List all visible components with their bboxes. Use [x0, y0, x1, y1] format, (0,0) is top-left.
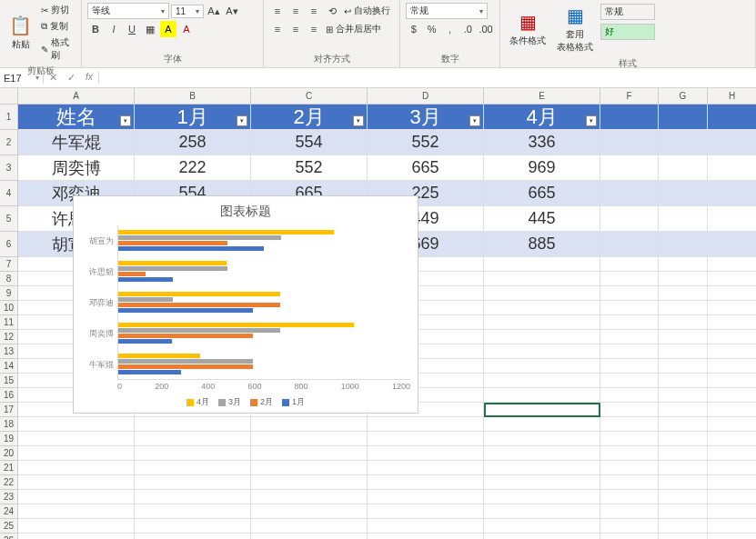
row-header[interactable]: 3: [0, 155, 18, 181]
cell[interactable]: [708, 155, 756, 181]
cell[interactable]: 554: [251, 130, 368, 155]
cell[interactable]: [600, 417, 659, 432]
cell[interactable]: 445: [484, 206, 600, 232]
currency-button[interactable]: $: [406, 21, 422, 37]
cell[interactable]: [484, 461, 600, 475]
cell[interactable]: [484, 504, 600, 519]
accept-formula-button[interactable]: ✓: [62, 72, 80, 84]
table-format-button[interactable]: ▦套用 表格格式: [553, 3, 597, 55]
cell[interactable]: [135, 490, 251, 504]
bar[interactable]: [118, 328, 280, 333]
row-header[interactable]: 2: [0, 130, 18, 155]
cell[interactable]: [251, 475, 368, 490]
legend-item[interactable]: 1月: [282, 396, 305, 408]
cell[interactable]: [708, 490, 756, 504]
cell[interactable]: [659, 272, 708, 286]
cell[interactable]: 665: [368, 155, 484, 181]
bar[interactable]: [118, 277, 173, 282]
cell[interactable]: [708, 301, 756, 315]
decrease-font-button[interactable]: A▾: [224, 3, 240, 19]
cell[interactable]: [659, 446, 708, 461]
row-header[interactable]: 20: [0, 446, 18, 461]
cell[interactable]: [368, 475, 484, 490]
cell[interactable]: [659, 257, 708, 272]
cell[interactable]: [600, 359, 659, 374]
row-header[interactable]: 9: [0, 286, 18, 301]
cell[interactable]: [708, 232, 756, 257]
cell[interactable]: [708, 257, 756, 272]
cell[interactable]: [18, 461, 135, 475]
cell[interactable]: [484, 315, 600, 330]
legend-item[interactable]: 4月: [186, 396, 209, 408]
cell[interactable]: [708, 272, 756, 286]
style-good[interactable]: 好: [600, 24, 655, 40]
cell[interactable]: [708, 534, 756, 539]
column-header[interactable]: G: [659, 88, 708, 105]
align-middle-button[interactable]: ≡: [287, 3, 304, 19]
bar[interactable]: [118, 359, 253, 364]
cell[interactable]: [484, 257, 600, 272]
row-header[interactable]: 6: [0, 232, 18, 257]
cell[interactable]: [484, 359, 600, 374]
cell[interactable]: [659, 232, 708, 257]
font-color-button[interactable]: A: [178, 21, 195, 37]
cell[interactable]: [708, 403, 756, 417]
cell[interactable]: [708, 130, 756, 155]
cell[interactable]: [368, 490, 484, 504]
bar[interactable]: [118, 230, 334, 235]
cell[interactable]: [659, 504, 708, 519]
column-header[interactable]: E: [484, 88, 600, 105]
bar[interactable]: [118, 246, 264, 251]
cell[interactable]: [659, 344, 708, 359]
cell[interactable]: [18, 475, 135, 490]
cell[interactable]: [659, 519, 708, 534]
row-header[interactable]: 19: [0, 432, 18, 446]
cell[interactable]: [251, 534, 368, 539]
cell[interactable]: [600, 257, 659, 272]
cell[interactable]: [708, 315, 756, 330]
cell[interactable]: [368, 504, 484, 519]
cell[interactable]: [708, 519, 756, 534]
row-header[interactable]: 7: [0, 257, 18, 272]
column-header[interactable]: A: [18, 88, 135, 105]
row-header[interactable]: 16: [0, 388, 18, 403]
cell[interactable]: [484, 286, 600, 301]
row-header[interactable]: 11: [0, 315, 18, 330]
cell[interactable]: [600, 432, 659, 446]
row-header[interactable]: 22: [0, 475, 18, 490]
cell[interactable]: [484, 446, 600, 461]
cell[interactable]: [600, 403, 659, 417]
cell[interactable]: [600, 490, 659, 504]
cell[interactable]: [600, 181, 659, 206]
cell[interactable]: [18, 504, 135, 519]
cell[interactable]: [484, 388, 600, 403]
cell[interactable]: [659, 330, 708, 344]
cell[interactable]: 3月▾: [368, 105, 484, 130]
cell[interactable]: [368, 461, 484, 475]
cell[interactable]: [659, 388, 708, 403]
cell[interactable]: [18, 490, 135, 504]
row-header[interactable]: 25: [0, 519, 18, 534]
cell[interactable]: [659, 315, 708, 330]
cell[interactable]: [600, 286, 659, 301]
cell[interactable]: [600, 475, 659, 490]
cell[interactable]: [18, 432, 135, 446]
cell[interactable]: 222: [135, 155, 251, 181]
cell[interactable]: [484, 344, 600, 359]
cell[interactable]: [659, 301, 708, 315]
cell[interactable]: [484, 490, 600, 504]
cell[interactable]: [135, 461, 251, 475]
decrease-decimal-button[interactable]: .00: [478, 21, 494, 37]
cell[interactable]: 2月▾: [251, 105, 368, 130]
cell[interactable]: 552: [251, 155, 368, 181]
cell[interactable]: [251, 461, 368, 475]
column-header[interactable]: D: [368, 88, 484, 105]
cell[interactable]: [484, 519, 600, 534]
cell[interactable]: [708, 344, 756, 359]
column-header[interactable]: F: [600, 88, 659, 105]
cell[interactable]: 4月▾: [484, 105, 600, 130]
cell[interactable]: 969: [484, 155, 600, 181]
cell[interactable]: [708, 206, 756, 232]
cell[interactable]: [659, 286, 708, 301]
column-header[interactable]: C: [251, 88, 368, 105]
